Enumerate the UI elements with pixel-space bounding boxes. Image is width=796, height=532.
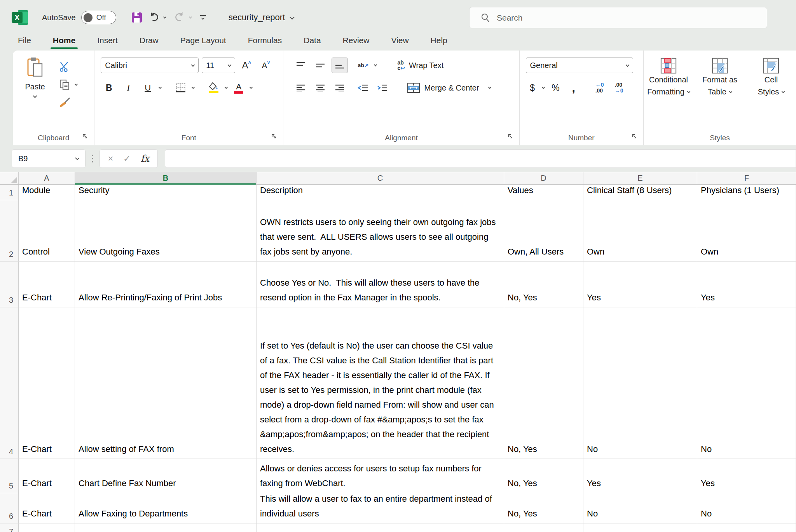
conditional-formatting-button[interactable]: Conditional Formatting <box>644 58 693 98</box>
cell-C5[interactable]: Allows or denies access for users to set… <box>257 459 504 493</box>
cell-C6[interactable]: This will allow a user to fax to an enti… <box>257 493 504 523</box>
increase-font-size-button[interactable]: A˄ <box>238 58 255 73</box>
select-all-corner[interactable] <box>0 172 19 184</box>
row-header-6[interactable]: 6 <box>0 493 19 523</box>
excel-logo-icon[interactable]: X <box>12 9 30 26</box>
merge-center-button[interactable]: Merge & Center <box>407 82 491 93</box>
cancel-button[interactable]: × <box>108 153 113 164</box>
cell-E7[interactable] <box>583 523 697 532</box>
save-button[interactable] <box>129 10 144 25</box>
cell-F2[interactable]: Own <box>697 200 796 261</box>
font-color-dropdown-chevron[interactable] <box>250 85 253 89</box>
cell-C1[interactable]: Description <box>257 185 504 200</box>
decrease-font-size-button[interactable]: A˅ <box>258 58 274 73</box>
decrease-indent-button[interactable] <box>355 80 371 96</box>
increase-decimal-button[interactable]: ←0.00 <box>592 80 608 96</box>
currency-dropdown-chevron[interactable] <box>541 85 545 89</box>
autosave-toggle[interactable]: Off <box>81 11 116 24</box>
font-name-combo[interactable]: Calibri <box>101 58 199 73</box>
redo-button[interactable] <box>172 10 187 25</box>
cell-styles-button[interactable]: Cell Styles <box>746 58 796 98</box>
column-header-d[interactable]: D <box>504 172 583 184</box>
cell-D2[interactable]: Own, All Users <box>504 200 583 261</box>
cell-C2[interactable]: OWN restricts users to only seeing their… <box>257 200 504 261</box>
cell-A6[interactable]: E-Chart <box>19 493 75 523</box>
cell-E5[interactable]: Yes <box>583 459 697 493</box>
cell-E3[interactable]: Yes <box>583 262 697 307</box>
format-painter-button[interactable] <box>59 96 77 110</box>
undo-dropdown-chevron[interactable] <box>163 15 166 18</box>
cell-A3[interactable]: E-Chart <box>19 262 75 307</box>
cell-D3[interactable]: No, Yes <box>504 262 583 307</box>
customize-quick-access-toolbar-button[interactable] <box>200 15 206 19</box>
workbook-title[interactable]: security_report <box>229 12 294 23</box>
cell-F5[interactable]: Yes <box>697 459 796 493</box>
font-size-combo[interactable]: 11 <box>202 58 235 73</box>
align-bottom-button[interactable] <box>332 58 348 73</box>
copy-button[interactable] <box>59 78 77 92</box>
cell-F4[interactable]: No <box>697 307 796 459</box>
clipboard-dialog-launcher[interactable] <box>80 131 90 141</box>
underline-dropdown-chevron[interactable] <box>159 85 162 89</box>
cell-D4[interactable]: No, Yes <box>504 307 583 459</box>
cell-A1[interactable]: Module <box>19 185 75 200</box>
tab-file[interactable]: File <box>17 35 32 49</box>
cell-C7[interactable] <box>257 523 504 532</box>
orientation-dropdown-chevron[interactable] <box>374 63 377 66</box>
currency-format-button[interactable]: $ <box>526 80 539 96</box>
undo-button[interactable] <box>147 10 161 25</box>
percent-format-button[interactable]: % <box>548 80 564 96</box>
row-header-5[interactable]: 5 <box>0 459 19 493</box>
bold-button[interactable]: B <box>101 80 117 96</box>
cell-A4[interactable]: E-Chart <box>19 307 75 459</box>
alignment-dialog-launcher[interactable] <box>505 131 515 141</box>
cell-B7[interactable] <box>75 523 257 532</box>
enter-button[interactable]: ✓ <box>123 153 131 164</box>
tab-formulas[interactable]: Formulas <box>247 35 283 49</box>
tab-page-layout[interactable]: Page Layout <box>180 35 227 49</box>
fill-color-button[interactable] <box>206 80 222 96</box>
font-dialog-launcher[interactable] <box>269 131 279 141</box>
number-dialog-launcher[interactable] <box>629 131 639 141</box>
column-header-e[interactable]: E <box>583 172 697 184</box>
insert-function-button[interactable]: fx <box>141 153 149 164</box>
number-format-combo[interactable]: General <box>526 58 633 73</box>
cell-E6[interactable]: No <box>583 493 697 523</box>
paste-button[interactable]: Paste <box>18 57 52 110</box>
cell-A7[interactable] <box>19 523 75 532</box>
cell-C3[interactable]: Choose Yes or No. This will allow these … <box>257 262 504 307</box>
cell-D7[interactable] <box>504 523 583 532</box>
align-middle-button[interactable] <box>312 58 328 73</box>
cell-F1[interactable]: Physicians (1 Users) <box>697 185 796 200</box>
font-color-button[interactable]: A <box>230 80 247 96</box>
cell-D5[interactable]: No, Yes <box>504 459 583 493</box>
fill-color-dropdown-chevron[interactable] <box>225 85 228 89</box>
cell-B1[interactable]: Security <box>75 185 257 200</box>
tab-draw[interactable]: Draw <box>139 35 159 49</box>
row-header-4[interactable]: 4 <box>0 307 19 459</box>
tab-home[interactable]: Home <box>52 35 76 49</box>
cell-B4[interactable]: Allow setting of FAX from <box>75 307 257 459</box>
cell-C4[interactable]: If set to Yes (default is No) the user c… <box>257 307 504 459</box>
borders-dropdown-chevron[interactable] <box>192 85 195 89</box>
cell-B3[interactable]: Allow Re-Printing/Faxing of Print Jobs <box>75 262 257 307</box>
cut-button[interactable] <box>59 60 77 74</box>
cell-F6[interactable]: No <box>697 493 796 523</box>
decrease-decimal-button[interactable]: .00→0 <box>611 80 627 96</box>
redo-dropdown-chevron[interactable] <box>189 15 192 18</box>
cell-F7[interactable] <box>697 523 796 532</box>
row-header-3[interactable]: 3 <box>0 262 19 307</box>
align-right-button[interactable] <box>332 80 348 96</box>
cell-E2[interactable]: Own <box>583 200 697 261</box>
wrap-text-button[interactable]: ab c↩ Wrap Text <box>397 60 443 71</box>
align-top-button[interactable] <box>293 58 309 73</box>
row-header-1[interactable]: 1 <box>0 185 19 200</box>
column-header-f[interactable]: F <box>697 172 796 184</box>
cell-E1[interactable]: Clinical Staff (8 Users) <box>583 185 697 200</box>
cell-F3[interactable]: Yes <box>697 262 796 307</box>
column-header-a[interactable]: A <box>19 172 75 184</box>
underline-button[interactable]: U <box>140 80 156 96</box>
increase-indent-button[interactable] <box>374 80 391 96</box>
tab-review[interactable]: Review <box>342 35 370 49</box>
cell-D6[interactable]: No, Yes <box>504 493 583 523</box>
